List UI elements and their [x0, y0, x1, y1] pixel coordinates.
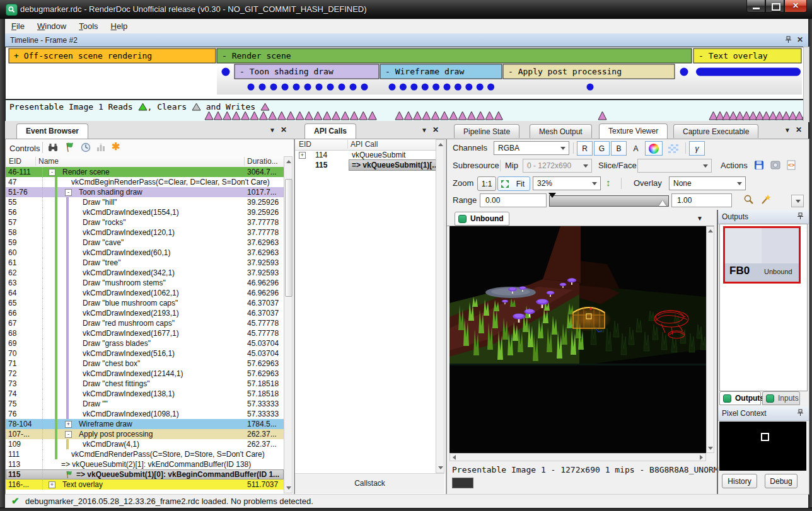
alpha-checker-button[interactable] [664, 141, 682, 156]
more-options-button[interactable] [791, 195, 804, 207]
event-row[interactable]: 66vkCmdDrawIndexed(2193,1)46.37037 [6, 308, 284, 318]
event-row[interactable]: 57Draw "rocks"37.77778 [6, 217, 284, 227]
autofit-wand-icon[interactable] [760, 194, 772, 205]
channel-a-button[interactable]: A [628, 141, 644, 156]
menu-item-tools[interactable]: Tools [72, 19, 104, 33]
close-icon[interactable]: ✕ [797, 35, 803, 44]
channel-b-button[interactable]: B [611, 141, 627, 156]
tab-capture-executable[interactable]: Capture Executable [673, 124, 758, 138]
event-row[interactable]: 116-...+Text overlay511.7037 [6, 479, 284, 490]
close-button[interactable]: ✕ [784, 0, 807, 13]
zoom-range-magnifier-icon[interactable] [743, 194, 755, 205]
open-resource-icon[interactable] [770, 159, 781, 171]
title-bar[interactable]: debugmarker.rdc - RenderDoc Unofficial r… [0, 0, 812, 19]
history-button[interactable]: History [722, 474, 757, 488]
tree-expander[interactable]: - [49, 169, 55, 176]
tree-expander[interactable]: - [65, 431, 72, 438]
event-row[interactable]: 70vkCmdDrawIndexed(516,1)45.03704 [6, 348, 284, 359]
api-call-row[interactable]: +114vkQueueSubmit [295, 150, 436, 160]
col-name[interactable]: Name [38, 157, 59, 166]
api-call-row[interactable]: 115=> vkQueueSubmit(1)[... [295, 160, 436, 170]
event-row[interactable]: 69Draw "grass blades"45.03704 [6, 338, 284, 348]
color-wheel-button[interactable] [645, 141, 663, 156]
tab-texture-viewer[interactable]: Texture Viewer [599, 123, 668, 139]
debug-button[interactable]: Debug [765, 474, 798, 488]
slice-face-select[interactable] [637, 159, 712, 173]
event-browser-column-header[interactable]: EID Name Duratio... [6, 156, 284, 168]
overlay-select[interactable]: None [669, 176, 746, 190]
texture-viewport[interactable] [450, 226, 714, 461]
event-row[interactable]: 51-76-Toon shading draw1017.7... [6, 187, 284, 197]
event-row[interactable]: 73Draw "chest fittings"57.18518 [6, 379, 284, 389]
tree-expander[interactable]: - [65, 189, 72, 196]
event-row[interactable]: 62vkCmdDrawIndexed(342,1)37.92593 [6, 268, 284, 278]
menu-item-window[interactable]: Window [31, 19, 72, 33]
pin-icon[interactable] [797, 409, 804, 418]
event-row[interactable]: 67Draw "red mushroom caps"45.77778 [6, 318, 284, 328]
event-row[interactable]: 107-...-Apply post processing262.37... [6, 429, 284, 439]
chevron-down-icon[interactable]: ▼ [697, 215, 703, 222]
pin-icon[interactable] [797, 212, 804, 222]
event-browser-scrollbar[interactable] [284, 156, 293, 493]
event-row[interactable]: 75Draw ""57.33333 [6, 399, 284, 409]
bookmark-asterisk-icon[interactable]: ✱ [112, 141, 123, 152]
api-calls-column-header[interactable]: EID API Call [295, 139, 436, 151]
splitter[interactable] [717, 210, 718, 494]
tab-inputs[interactable]: Inputs [762, 391, 800, 405]
find-icon[interactable] [47, 142, 59, 153]
close-icon[interactable]: ✕ [281, 125, 287, 134]
event-row[interactable]: 47vkCmdBeginRenderPass(C=Clear, D=Clear,… [6, 177, 284, 187]
event-row[interactable]: 63Draw "mushroom stems"46.96296 [6, 278, 284, 288]
event-row[interactable]: 72vkCmdDrawIndexed(12144,1)57.62963 [6, 369, 284, 379]
event-row[interactable]: 55Draw "hill"39.25926 [6, 197, 284, 207]
event-row[interactable]: 111vkCmdEndRenderPass(C=Store, D=Store, … [6, 449, 284, 459]
minimize-button[interactable] [746, 0, 765, 13]
tab-event-browser[interactable]: Event Browser [16, 123, 88, 139]
menu-item-file[interactable]: File [5, 19, 31, 33]
event-row[interactable]: 113=> vkQueueSubmit(2)[1]: vkEndCommandB… [6, 459, 284, 469]
event-row[interactable]: 56vkCmdDrawIndexed(1554,1)39.25926 [6, 207, 284, 217]
viewport-hscrollbar[interactable] [450, 453, 706, 461]
view-as-code-icon[interactable]: <> [786, 159, 797, 171]
pixel-context-header[interactable]: Pixel Context [718, 406, 809, 421]
event-row[interactable]: 59Draw "cave"37.62963 [6, 238, 284, 248]
chevron-down-icon[interactable]: ▼ [784, 127, 791, 134]
zoom-level-select[interactable]: 32% [533, 176, 601, 190]
zoom-1to1-button[interactable]: 1:1 [477, 176, 496, 191]
tab-unbound-texture[interactable]: Unbound [455, 212, 509, 226]
flip-y-icon[interactable]: ↕ [606, 177, 611, 188]
tree-expander[interactable]: + [65, 421, 72, 428]
mip-select[interactable]: 0 - 1272x690 [523, 159, 592, 173]
event-row[interactable]: 68vkCmdDrawIndexed(1677,1)45.77778 [6, 328, 284, 338]
event-row[interactable]: 109vkCmdDraw(4,1)262.37... [6, 439, 284, 449]
viewport-vscrollbar[interactable] [706, 226, 714, 453]
tree-expander[interactable]: + [49, 481, 55, 488]
chevron-down-icon[interactable]: ▼ [269, 127, 276, 134]
channels-select[interactable]: RGBA [494, 141, 569, 155]
outputs-header[interactable]: Outputs [718, 210, 809, 224]
tab-outputs[interactable]: Outputs [719, 391, 761, 405]
event-row[interactable]: 71Draw "chest box"57.62963 [6, 359, 284, 369]
event-row[interactable]: 58vkCmdDrawIndexed(120,1)37.77778 [6, 227, 284, 238]
timeline-header[interactable]: Timeline - Frame #2 ✕ [5, 33, 808, 47]
output-thumbnail-fb0[interactable]: FB0 Unbound [723, 226, 801, 284]
close-icon[interactable]: ✕ [432, 125, 439, 134]
event-row[interactable]: 115=> vkQueueSubmit(1)[0]: vkBeginComman… [6, 469, 284, 479]
zoom-fit-button[interactable]: Fit [497, 176, 530, 191]
range-black-handle[interactable] [548, 193, 556, 198]
tab-mesh-output[interactable]: Mesh Output [530, 124, 592, 138]
channel-r-button[interactable]: R [577, 141, 593, 156]
tab-api-calls[interactable]: API Calls [304, 123, 356, 139]
timeline-markers[interactable]: + Off-screen scene rendering- Render sce… [0, 47, 807, 100]
range-white-handle[interactable] [659, 200, 666, 206]
timeline-scrollbar[interactable] [803, 47, 809, 122]
range-max-input[interactable]: 1.00 [671, 193, 732, 207]
col-eid[interactable]: EID [299, 140, 311, 149]
scrollbar-thumb[interactable] [285, 179, 293, 297]
event-row[interactable]: 64vkCmdDrawIndexed(1062,1)46.96296 [6, 288, 284, 298]
timeline-resource-usage[interactable]: Presentable Image 1 Reads , Clears and W… [5, 100, 804, 122]
event-row[interactable]: 60vkCmdDrawIndexed(60,1)37.62963 [6, 248, 284, 258]
tab-pipeline-state[interactable]: Pipeline State [454, 124, 519, 138]
close-icon[interactable]: ✕ [796, 125, 802, 134]
col-duration[interactable]: Duratio... [247, 157, 278, 166]
